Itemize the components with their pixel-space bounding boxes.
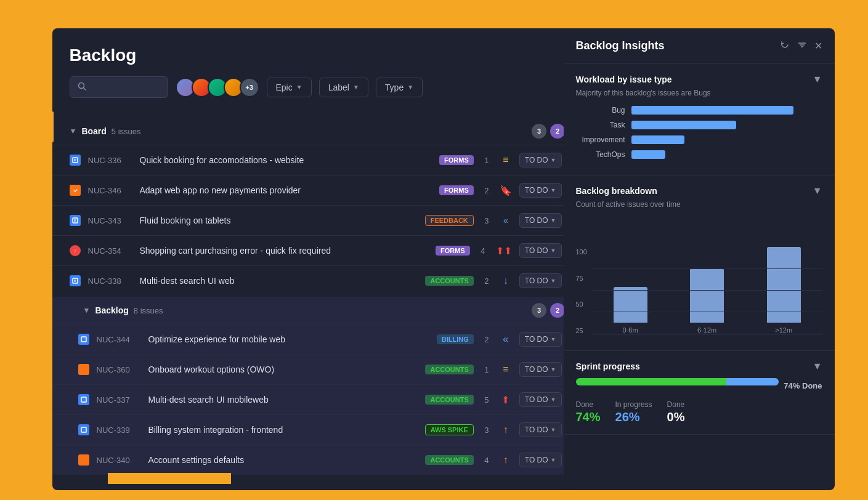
workload-bar-techops: [631, 150, 666, 159]
sprint-stat-done: Done 74%: [576, 400, 601, 424]
status-badge[interactable]: TO DO ▼: [519, 243, 562, 258]
chart-bar-6-12m: [690, 268, 724, 323]
backlog-subsection-title: Backlog: [95, 305, 128, 315]
avatar-group[interactable]: +3: [176, 78, 259, 97]
filter-icon[interactable]: [797, 40, 807, 52]
chevron-down-icon: ▼: [551, 278, 556, 284]
priority-icon: ≡: [500, 155, 512, 166]
label-tag: FEEDBACK: [425, 215, 474, 226]
workload-row-bug: Bug: [576, 106, 822, 115]
chevron-down-icon[interactable]: ▼: [813, 361, 822, 372]
search-icon: [78, 82, 86, 92]
status-badge[interactable]: TO DO ▼: [519, 453, 562, 467]
issue-id: NUC-337: [97, 395, 141, 405]
priority-icon: ⬆: [500, 394, 512, 406]
status-badge[interactable]: TO DO ▼: [519, 392, 562, 407]
breakdown-section: Backlog breakdown ▼ Count of active issu…: [564, 175, 835, 351]
chevron-down-icon: ▼: [407, 84, 413, 91]
issue-row[interactable]: NUC-340 Account settings defaults ACCOUN…: [52, 445, 604, 475]
label-tag: AWS SPIKE: [425, 424, 474, 435]
insights-header: Backlog Insights ✕: [564, 28, 835, 64]
issue-num: 1: [481, 156, 492, 165]
chevron-down-icon: ▼: [551, 366, 556, 373]
priority-icon: ≡: [500, 364, 512, 375]
chart-y-label: 50: [576, 300, 587, 308]
issue-row[interactable]: NUC-346 Adapt web app no new payments pr…: [52, 175, 604, 205]
section-collapse-toggle[interactable]: ▼: [70, 127, 77, 135]
issue-row[interactable]: ! NUC-354 Shopping cart purchasing error…: [52, 235, 604, 265]
issue-title: Shopping cart purchasing error - quick f…: [140, 246, 429, 256]
sprint-progress-header: Sprint progress ▼: [576, 361, 822, 372]
close-icon[interactable]: ✕: [814, 40, 822, 52]
chevron-down-icon[interactable]: ▼: [813, 185, 822, 196]
label-tag: ACCOUNTS: [425, 365, 473, 374]
issue-id: NUC-340: [97, 456, 141, 465]
status-badge[interactable]: TO DO ▼: [519, 153, 562, 167]
workload-row-techops: TechOps: [576, 150, 822, 159]
issue-title: Fluid booking on tablets: [140, 216, 418, 225]
workload-bar-improvement: [631, 135, 685, 144]
page-title: Backlog: [70, 46, 586, 65]
issue-row[interactable]: NUC-344 Optimize experience for mobile w…: [52, 324, 604, 354]
svg-rect-14: [81, 337, 86, 342]
breakdown-subtitle: Count of active issues over time: [576, 200, 822, 209]
status-badge[interactable]: TO DO ▼: [519, 332, 562, 347]
refresh-icon[interactable]: [780, 40, 790, 52]
avatar-more[interactable]: +3: [240, 78, 259, 97]
svg-rect-18: [81, 458, 86, 462]
sprint-progress-section: Sprint progress ▼ 74% Done Done 74% In p…: [564, 351, 835, 435]
svg-text:!: !: [75, 249, 76, 253]
chart-gridline: [592, 290, 822, 291]
bar-chart: 100 75 50 25 0-6m: [576, 217, 822, 341]
label-filter-button[interactable]: Label ▼: [319, 78, 368, 97]
issue-title: Onboard workout options (OWO): [148, 365, 418, 374]
board-issue-count: 5 issues: [112, 127, 141, 136]
svg-line-1: [83, 88, 86, 91]
status-badge[interactable]: TO DO ▼: [519, 213, 562, 228]
workload-section: Workload by issue type ▼ Majority of thi…: [564, 64, 835, 175]
status-badge[interactable]: TO DO ▼: [519, 273, 562, 288]
insights-controls: ✕: [780, 40, 822, 52]
type-filter-button[interactable]: Type ▼: [376, 78, 423, 97]
chevron-down-icon[interactable]: ▼: [813, 74, 822, 85]
chevron-down-icon: ▼: [551, 427, 556, 433]
issue-type-story-icon: [70, 155, 81, 166]
issue-row[interactable]: NUC-337 Multi-dest search UI mobileweb A…: [52, 384, 604, 414]
issue-num: 5: [481, 395, 492, 405]
chart-bar-group: 6-12m: [690, 268, 724, 334]
label-tag: ACCOUNTS: [425, 276, 473, 286]
chart-y-label: 25: [576, 327, 587, 334]
chevron-down-icon: ▼: [551, 336, 556, 342]
priority-icon: ↑: [500, 454, 512, 466]
breakdown-section-header: Backlog breakdown ▼: [576, 185, 822, 196]
workload-label: TechOps: [576, 150, 625, 159]
label-tag: FORMS: [439, 155, 474, 165]
issue-title: Account settings defaults: [148, 455, 418, 465]
search-box[interactable]: [70, 76, 168, 98]
issue-title: Billing system integration - frontend: [148, 425, 418, 435]
issue-type-story-icon: [70, 275, 81, 286]
backlog-subsection-header: ▼ Backlog 8 issues 3 2 +0: [52, 297, 604, 324]
svg-rect-15: [81, 367, 86, 372]
section-collapse-toggle[interactable]: ▼: [83, 306, 91, 315]
issue-title: Multi-dest search UI mobileweb: [148, 395, 418, 405]
issue-row[interactable]: NUC-338 Multi-dest search UI web ACCOUNT…: [52, 265, 604, 296]
sprint-stat-value-inprogress: 26%: [615, 410, 652, 424]
label-tag: FORMS: [439, 185, 474, 195]
issue-title: Optimize experience for mobile web: [148, 334, 429, 344]
issue-row[interactable]: NUC-336 Quick booking for accomodations …: [52, 145, 604, 175]
issue-row[interactable]: NUC-343 Fluid booking on tablets FEEDBAC…: [52, 205, 604, 235]
board-section-title: Board: [81, 126, 106, 136]
status-badge[interactable]: TO DO ▼: [519, 183, 562, 198]
issue-type-task-icon: [70, 185, 81, 196]
chart-bar-0-6m: [614, 287, 647, 323]
issue-id: NUC-354: [88, 246, 132, 256]
priority-icon: ↑: [500, 424, 512, 435]
epic-filter-button[interactable]: Epic ▼: [267, 78, 312, 97]
issue-num: 2: [481, 186, 492, 195]
status-badge[interactable]: TO DO ▼: [519, 422, 562, 437]
issue-row[interactable]: NUC-339 Billing system integration - fro…: [52, 414, 604, 445]
issue-row[interactable]: NUC-360 Onboard workout options (OWO) AC…: [52, 354, 604, 384]
insights-panel: Backlog Insights ✕: [564, 28, 835, 490]
status-badge[interactable]: TO DO ▼: [519, 362, 562, 377]
